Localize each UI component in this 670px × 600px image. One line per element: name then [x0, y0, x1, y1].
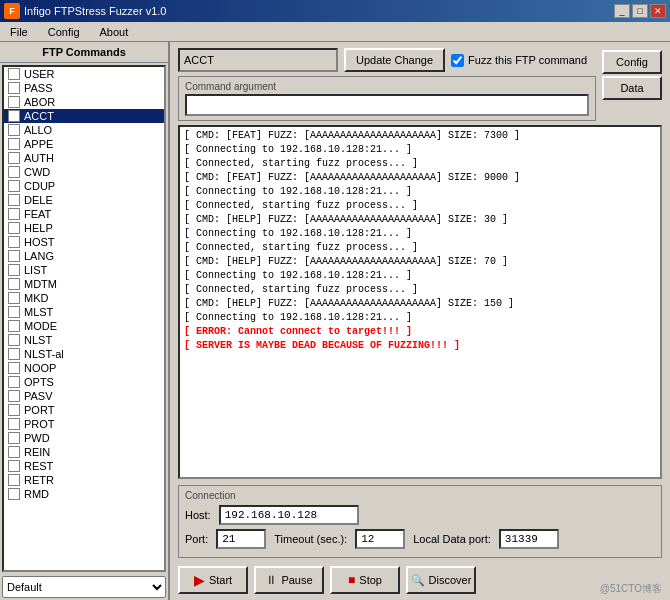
list-item[interactable]: PROT [4, 417, 164, 431]
host-input[interactable] [219, 505, 359, 525]
list-item[interactable]: NLST-al [4, 347, 164, 361]
command-checkbox [8, 474, 20, 486]
list-item[interactable]: PWD [4, 431, 164, 445]
list-item[interactable]: RETR [4, 473, 164, 487]
command-checkbox [8, 404, 20, 416]
start-icon: ▶ [194, 572, 205, 588]
list-item[interactable]: MODE [4, 319, 164, 333]
command-checkbox [8, 222, 20, 234]
command-label: REST [24, 460, 53, 472]
command-checkbox [8, 292, 20, 304]
command-label: MODE [24, 320, 57, 332]
list-item[interactable]: ALLO [4, 123, 164, 137]
menu-bar: File Config About [0, 22, 670, 42]
command-checkbox [8, 306, 20, 318]
pause-button[interactable]: ⏸ Pause [254, 566, 324, 594]
commands-header: FTP Commands [0, 42, 168, 63]
command-label: CWD [24, 166, 50, 178]
list-item[interactable]: LANG [4, 249, 164, 263]
command-checkbox [8, 208, 20, 220]
command-checkbox [8, 320, 20, 332]
log-line: [ SERVER IS MAYBE DEAD BECAUSE OF FUZZIN… [184, 339, 656, 353]
list-item[interactable]: NLST [4, 333, 164, 347]
command-checkbox [8, 390, 20, 402]
list-item[interactable]: ACCT [4, 109, 164, 123]
list-item[interactable]: NOOP [4, 361, 164, 375]
list-item[interactable]: CWD [4, 165, 164, 179]
list-item[interactable]: OPTS [4, 375, 164, 389]
stop-button[interactable]: ■ Stop [330, 566, 400, 594]
maximize-button[interactable]: □ [632, 4, 648, 18]
command-label: ABOR [24, 96, 55, 108]
list-item[interactable]: PORT [4, 403, 164, 417]
list-item[interactable]: USER [4, 67, 164, 81]
list-item[interactable]: LIST [4, 263, 164, 277]
command-checkbox [8, 334, 20, 346]
command-checkbox [8, 110, 20, 122]
command-checkbox [8, 348, 20, 360]
list-item[interactable]: MLST [4, 305, 164, 319]
command-label: HOST [24, 236, 55, 248]
command-checkbox [8, 236, 20, 248]
command-label: NLST-al [24, 348, 64, 360]
command-label: MKD [24, 292, 48, 304]
host-label: Host: [185, 509, 211, 521]
list-item[interactable]: ABOR [4, 95, 164, 109]
list-item[interactable]: HOST [4, 235, 164, 249]
log-line: [ ERROR: Cannot connect to target!!! ] [184, 325, 656, 339]
window-title: Infigo FTPStress Fuzzer v1.0 [24, 5, 166, 17]
command-label: LANG [24, 250, 54, 262]
menu-config[interactable]: Config [42, 24, 86, 40]
command-checkbox [8, 194, 20, 206]
command-label: PROT [24, 418, 55, 430]
menu-about[interactable]: About [94, 24, 135, 40]
pause-icon: ⏸ [265, 573, 277, 587]
discover-button[interactable]: 🔍 Discover [406, 566, 476, 594]
log-line: [ CMD: [HELP] FUZZ: [AAAAAAAAAAAAAAAAAAA… [184, 297, 656, 311]
log-line: [ Connecting to 192.168.10.128:21... ] [184, 185, 656, 199]
command-checkbox [8, 138, 20, 150]
list-item[interactable]: DELE [4, 193, 164, 207]
list-item[interactable]: RMD [4, 487, 164, 501]
close-button[interactable]: ✕ [650, 4, 666, 18]
menu-file[interactable]: File [4, 24, 34, 40]
start-button[interactable]: ▶ Start [178, 566, 248, 594]
timeout-input[interactable] [355, 529, 405, 549]
update-change-button[interactable]: Update Change [344, 48, 445, 72]
list-item[interactable]: CDUP [4, 179, 164, 193]
list-item[interactable]: PASV [4, 389, 164, 403]
action-buttons: ▶ Start ⏸ Pause ■ Stop 🔍 Discover [170, 562, 670, 600]
list-item[interactable]: HELP [4, 221, 164, 235]
command-label: HELP [24, 222, 53, 234]
list-item[interactable]: MKD [4, 291, 164, 305]
command-label: REIN [24, 446, 50, 458]
stop-icon: ■ [348, 573, 355, 587]
preset-dropdown[interactable]: Default [2, 576, 166, 598]
command-label: ALLO [24, 124, 52, 136]
command-label: MLST [24, 306, 53, 318]
discover-icon: 🔍 [411, 574, 425, 587]
log-line: [ CMD: [HELP] FUZZ: [AAAAAAAAAAAAAAAAAAA… [184, 255, 656, 269]
cmd-input[interactable] [178, 48, 338, 72]
list-item[interactable]: REIN [4, 445, 164, 459]
log-line: [ Connecting to 192.168.10.128:21... ] [184, 143, 656, 157]
command-checkbox [8, 264, 20, 276]
fuzz-checkbox[interactable] [451, 54, 464, 67]
list-item[interactable]: REST [4, 459, 164, 473]
list-item[interactable]: AUTH [4, 151, 164, 165]
preset-select[interactable]: Default [2, 576, 166, 598]
config-button[interactable]: Config [602, 50, 662, 74]
data-button[interactable]: Data [602, 76, 662, 100]
list-item[interactable]: FEAT [4, 207, 164, 221]
port-input[interactable] [216, 529, 266, 549]
log-line: [ Connected, starting fuzz process... ] [184, 241, 656, 255]
cmd-arg-input[interactable] [185, 94, 589, 116]
minimize-button[interactable]: _ [614, 4, 630, 18]
command-checkbox [8, 278, 20, 290]
command-checkbox [8, 68, 20, 80]
list-item[interactable]: APPE [4, 137, 164, 151]
fuzz-checkbox-container: Fuzz this FTP command [451, 54, 587, 67]
list-item[interactable]: PASS [4, 81, 164, 95]
local-port-input[interactable] [499, 529, 559, 549]
list-item[interactable]: MDTM [4, 277, 164, 291]
